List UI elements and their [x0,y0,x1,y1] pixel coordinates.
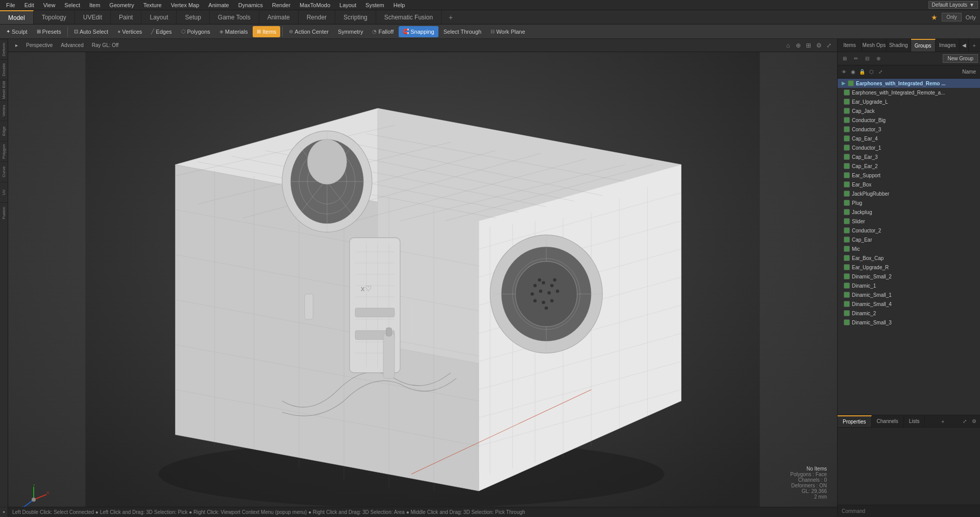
rp-tab-groups[interactable]: Groups [911,39,936,52]
menu-item-texture[interactable]: Texture [139,1,166,9]
tree-item-15[interactable]: Conductor_2 [838,226,980,235]
menu-item-select[interactable]: Select [60,1,84,9]
tree-vis-18[interactable] [844,255,850,261]
menu-item-layout[interactable]: Layout [335,1,360,9]
auto-select-button[interactable]: ⊡ Auto Select [70,26,112,37]
rp-toolbar-icon1[interactable]: ⊞ [840,54,850,63]
tree-vis-20[interactable] [844,273,850,279]
lt-vertex[interactable]: Vertex [0,100,8,121]
lt-fusion[interactable]: Fusion [0,202,8,223]
menu-item-dynamics[interactable]: Dynamics [234,1,267,9]
tree-vis-6[interactable] [844,145,850,151]
rp-toolbar-icon2[interactable]: ✏ [851,54,861,63]
lt-bottom-icon[interactable]: ● [0,507,8,517]
tree-item-4[interactable]: Conductor_3 [838,125,980,134]
tree-item-9[interactable]: Ear_Support [838,171,980,180]
tree-vis-24[interactable] [844,310,850,316]
symmetry-button[interactable]: Symmetry [334,26,368,37]
menu-item-system[interactable]: System [361,1,388,9]
tree-item-3[interactable]: Conductor_Big [838,115,980,125]
snapping-button[interactable]: 🧲 Snapping [399,26,438,37]
tree-vis-10[interactable] [844,181,850,187]
tree-item-21[interactable]: Dinamic_1 [838,281,980,290]
lt-double[interactable]: Double [0,59,8,80]
tree-item-14[interactable]: Slider [838,217,980,226]
vp-perspective-btn[interactable]: Perspective [23,42,56,49]
falloff-button[interactable]: ◔ Falloff [368,26,398,37]
tree-vis-11[interactable] [844,191,850,197]
br-tab-properties[interactable]: Properties [838,415,872,427]
tree-item-1[interactable]: Ear_Upgrade_L [838,97,980,106]
tree-vis-1[interactable] [844,99,850,105]
br-tab-lists[interactable]: Lists [904,415,925,427]
menu-item-view[interactable]: View [39,1,60,9]
tree-item-16[interactable]: Cap_Ear [838,235,980,244]
layout-dropdown[interactable]: Default Layouts ▼ [928,1,978,9]
tree-vis-25[interactable] [844,319,850,325]
action-center-button[interactable]: ⊕ Action Center [285,26,333,37]
tree-vis-0[interactable] [844,89,850,96]
br-tab-channels[interactable]: Channels [872,415,904,427]
rp-toolbar-icon4[interactable]: ⊕ [873,54,884,63]
tree-item-20[interactable]: Dinamic_Small_2 [838,272,980,281]
tree-vis-7[interactable] [844,154,850,160]
vp-raygl-btn[interactable]: Ray GL: Off [89,42,122,49]
tree-vis-23[interactable] [844,301,850,307]
tree-vis-3[interactable] [844,117,850,123]
tree-vis-8[interactable] [844,163,850,169]
tab-model[interactable]: Model [0,10,34,24]
st-icon-render[interactable]: ◉ [849,68,857,76]
tree-item-13[interactable]: Jackplug [838,207,980,217]
tree-item-11[interactable]: JackPlugRubber [838,189,980,198]
tree-group-root[interactable]: ▶ Earphones_with_Integrated_Remo ... [838,79,980,88]
tab-plus[interactable]: + [444,11,458,24]
lt-curve[interactable]: Curve [0,161,8,182]
menu-item-item[interactable]: Item [85,1,104,9]
scene-tree[interactable]: ▶ Earphones_with_Integrated_Remo ... Ear… [838,79,980,415]
tree-vis-19[interactable] [844,264,850,270]
tree-item-8[interactable]: Cap_Ear_2 [838,161,980,171]
tree-item-6[interactable]: Conductor_1 [838,143,980,152]
tab-uvedit[interactable]: UVEdit [75,10,111,24]
br-icon-settings[interactable]: ⚙ [970,417,978,426]
tree-vis-4[interactable] [844,126,850,132]
st-icon-expand[interactable]: ⤢ [876,68,885,76]
rp-toolbar-icon3[interactable]: ⊟ [862,54,872,63]
vp-icon-settings[interactable]: ⚙ [815,41,823,50]
tree-check-root[interactable] [848,80,854,86]
tree-vis-22[interactable] [844,292,850,298]
vp-advanced-btn[interactable]: Advanced [58,42,86,49]
presets-button[interactable]: ⊞ Presets [33,26,65,37]
lt-deform[interactable]: Deform [0,39,8,59]
tree-item-0[interactable]: Earphones_with_Integrated_Remote_a... [838,88,980,97]
st-icon-lock[interactable]: 🔒 [858,68,866,76]
edges-button[interactable]: ╱ Edges [147,26,176,37]
br-tab-plus[interactable]: + [937,415,948,427]
lt-mesh-edit[interactable]: Mesh Edit [0,80,8,100]
tab-layout[interactable]: Layout [141,10,177,24]
vp-icon-grid[interactable]: ⊞ [804,41,813,50]
menu-item-render[interactable]: Render [268,1,295,9]
tree-item-18[interactable]: Ear_Box_Cap [838,253,980,263]
tree-item-7[interactable]: Cap_Ear_3 [838,152,980,161]
lt-uv[interactable]: UV [0,182,8,202]
tree-item-2[interactable]: Cap_Jack [838,106,980,115]
rp-tab-plus[interactable]: + [969,39,980,52]
tree-vis-13[interactable] [844,209,850,215]
rp-tab-items[interactable]: Items [838,39,862,52]
tab-schematic[interactable]: Schematic Fusion [376,10,442,24]
menu-item-maxtomodo[interactable]: MaxToModo [296,1,334,9]
tree-vis-15[interactable] [844,227,850,233]
tree-item-22[interactable]: Dinamic_Small_1 [838,290,980,299]
br-icon-expand[interactable]: ⤢ [961,417,969,426]
tab-game-tools[interactable]: Game Tools [210,10,259,24]
lt-polygon[interactable]: Polygon [0,141,8,161]
menu-item-help[interactable]: Help [389,1,409,9]
tree-item-19[interactable]: Ear_Upgrade_R [838,263,980,272]
tree-vis-14[interactable] [844,218,850,224]
tree-vis-12[interactable] [844,200,850,206]
tab-setup[interactable]: Setup [177,10,209,24]
tab-animate[interactable]: Animate [259,10,299,24]
tree-item-10[interactable]: Ear_Box [838,180,980,189]
vp-icon-search[interactable]: ⊕ [794,41,802,50]
